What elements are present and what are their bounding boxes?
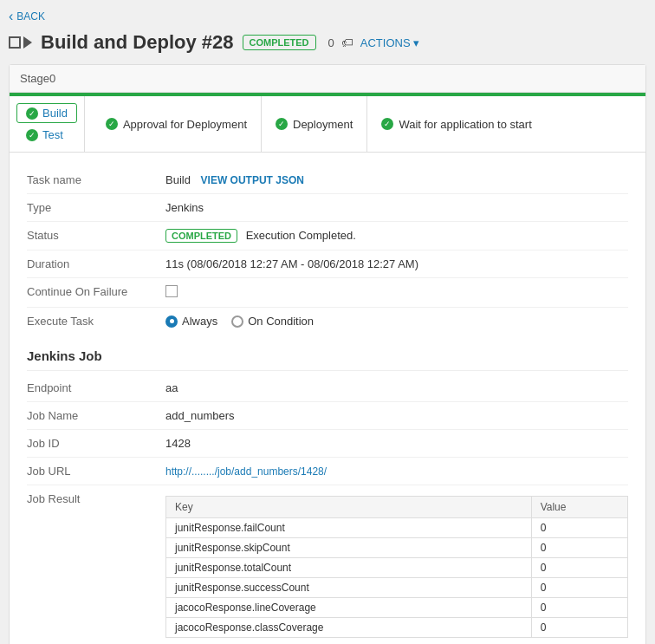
job-name-label: Job Name bbox=[27, 409, 165, 422]
tabs-row: ✓ Build ✓ Test ✓ Approval for Deployment… bbox=[10, 96, 645, 153]
continue-checkbox[interactable] bbox=[165, 285, 178, 297]
type-row: Type Jenkins bbox=[27, 194, 628, 222]
job-result-table: Key Value junitResponse.failCount0junitR… bbox=[165, 496, 628, 638]
tag-icon: 🏷 bbox=[341, 36, 353, 49]
view-output-link[interactable]: VIEW OUTPUT JSON bbox=[201, 174, 304, 186]
table-cell-key: junitResponse.successCount bbox=[166, 578, 532, 598]
job-result-table-container: Key Value junitResponse.failCount0junitR… bbox=[165, 492, 628, 638]
radio-always[interactable]: Always bbox=[165, 315, 217, 328]
completed-badge: COMPLETED bbox=[165, 229, 237, 243]
status-label: Status bbox=[27, 229, 165, 242]
table-cell-key: junitResponse.failCount bbox=[166, 518, 532, 538]
radio-group: Always On Condition bbox=[165, 315, 628, 328]
step-deployment-label: Deployment bbox=[293, 118, 353, 131]
continue-failure-row: Continue On Failure bbox=[27, 278, 628, 308]
table-cell-key: jacocoResponse.classCoverage bbox=[166, 618, 532, 638]
table-cell-key: junitResponse.skipCount bbox=[166, 538, 532, 558]
step-deployment[interactable]: ✓ Deployment bbox=[262, 96, 367, 152]
actions-button[interactable]: ACTIONS bbox=[360, 36, 419, 49]
radio-condition-icon bbox=[231, 315, 243, 328]
section-divider bbox=[27, 370, 628, 371]
continue-failure-checkbox bbox=[165, 285, 628, 300]
zero-label: 0 bbox=[328, 36, 334, 49]
table-cell-value: 0 bbox=[531, 578, 627, 598]
on-condition-label: On Condition bbox=[248, 315, 314, 328]
always-label: Always bbox=[182, 315, 217, 328]
endpoint-label: Endpoint bbox=[27, 381, 165, 394]
step-approval[interactable]: ✓ Approval for Deployment bbox=[92, 96, 262, 152]
table-row: junitResponse.successCount0 bbox=[166, 578, 628, 598]
job-result-label: Job Result bbox=[27, 492, 165, 505]
job-id-row: Job ID 1428 bbox=[27, 430, 628, 458]
tab-test-label: Test bbox=[42, 128, 63, 141]
tab-build[interactable]: ✓ Build bbox=[16, 103, 77, 123]
type-value: Jenkins bbox=[165, 201, 628, 214]
job-url-label: Job URL bbox=[27, 465, 165, 478]
status-value: COMPLETED Execution Completed. bbox=[165, 229, 628, 243]
table-cell-key: jacocoResponse.lineCoverage bbox=[166, 598, 532, 618]
detail-section: Task name Build VIEW OUTPUT JSON Type Je… bbox=[10, 153, 645, 348]
task-name-value: Build VIEW OUTPUT JSON bbox=[165, 173, 628, 186]
jenkins-section: Jenkins Job Endpoint aa Job Name add_num… bbox=[10, 348, 645, 644]
page-header: Build and Deploy #28 COMPLETED 0 🏷 ACTIO… bbox=[9, 31, 646, 54]
task-name-label: Task name bbox=[27, 173, 165, 186]
task-name-row: Task name Build VIEW OUTPUT JSON bbox=[27, 166, 628, 194]
radio-always-icon bbox=[165, 315, 178, 328]
main-card: Stage0 ✓ Build ✓ Test ✓ Approval for Dep… bbox=[9, 64, 646, 644]
step-approval-label: Approval for Deployment bbox=[123, 118, 247, 131]
col-key-header: Key bbox=[166, 497, 532, 518]
step-wait[interactable]: ✓ Wait for application to start bbox=[367, 96, 545, 152]
table-cell-value: 0 bbox=[531, 598, 627, 618]
job-name-value: add_numbers bbox=[165, 409, 628, 422]
page-title: Build and Deploy #28 bbox=[41, 31, 234, 54]
status-badge: COMPLETED bbox=[243, 35, 316, 50]
tab-test[interactable]: ✓ Test bbox=[16, 125, 77, 145]
step-wait-label: Wait for application to start bbox=[399, 118, 531, 131]
tab-build-label: Build bbox=[42, 107, 68, 120]
duration-label: Duration bbox=[27, 257, 165, 270]
left-tabs: ✓ Build ✓ Test bbox=[16, 96, 85, 152]
radio-on-condition[interactable]: On Condition bbox=[231, 315, 314, 328]
job-id-label: Job ID bbox=[27, 437, 165, 450]
col-value-header: Value bbox=[531, 497, 627, 518]
table-row: junitResponse.failCount0 bbox=[166, 518, 628, 538]
table-row: junitResponse.skipCount0 bbox=[166, 538, 628, 558]
table-row: jacocoResponse.classCoverage0 bbox=[166, 618, 628, 638]
job-url-value: http://......../job/add_numbers/1428/ bbox=[165, 465, 628, 478]
job-url-link[interactable]: http://......../job/add_numbers/1428/ bbox=[165, 465, 327, 478]
execute-task-options: Always On Condition bbox=[165, 315, 628, 328]
job-id-value: 1428 bbox=[165, 437, 628, 450]
deployment-check-icon: ✓ bbox=[276, 118, 288, 130]
type-label: Type bbox=[27, 201, 165, 214]
endpoint-row: Endpoint aa bbox=[27, 374, 628, 402]
job-result-row: Job Result Key Value junitResponse.failC… bbox=[27, 485, 628, 644]
execute-task-row: Execute Task Always On Condition bbox=[27, 308, 628, 335]
header-actions: 0 🏷 ACTIONS bbox=[328, 36, 419, 49]
endpoint-value: aa bbox=[165, 381, 628, 394]
table-cell-value: 0 bbox=[531, 558, 627, 578]
job-name-row: Job Name add_numbers bbox=[27, 402, 628, 430]
build-check-icon: ✓ bbox=[26, 107, 38, 120]
wait-check-icon: ✓ bbox=[381, 118, 393, 130]
test-check-icon: ✓ bbox=[26, 129, 38, 141]
table-cell-value: 0 bbox=[531, 538, 627, 558]
execute-task-label: Execute Task bbox=[27, 315, 165, 328]
jenkins-title: Jenkins Job bbox=[27, 348, 628, 363]
table-cell-value: 0 bbox=[531, 518, 627, 538]
duration-row: Duration 11s (08/06/2018 12:27 AM - 08/0… bbox=[27, 250, 628, 278]
duration-value: 11s (08/06/2018 12:27 AM - 08/06/2018 12… bbox=[165, 257, 628, 270]
table-cell-value: 0 bbox=[531, 618, 627, 638]
pipeline-steps: ✓ Approval for Deployment ✓ Deployment ✓… bbox=[85, 96, 639, 152]
table-cell-key: junitResponse.totalCount bbox=[166, 558, 532, 578]
table-row: jacocoResponse.lineCoverage0 bbox=[166, 598, 628, 618]
approval-check-icon: ✓ bbox=[106, 118, 118, 130]
status-text: Execution Completed. bbox=[246, 229, 356, 242]
continue-failure-label: Continue On Failure bbox=[27, 285, 165, 298]
table-row: junitResponse.totalCount0 bbox=[166, 558, 628, 578]
stage-header: Stage0 bbox=[10, 65, 645, 93]
pipeline-icon bbox=[9, 36, 32, 49]
status-row: Status COMPLETED Execution Completed. bbox=[27, 222, 628, 250]
job-url-row: Job URL http://......../job/add_numbers/… bbox=[27, 458, 628, 485]
back-link[interactable]: BACK bbox=[9, 9, 646, 24]
